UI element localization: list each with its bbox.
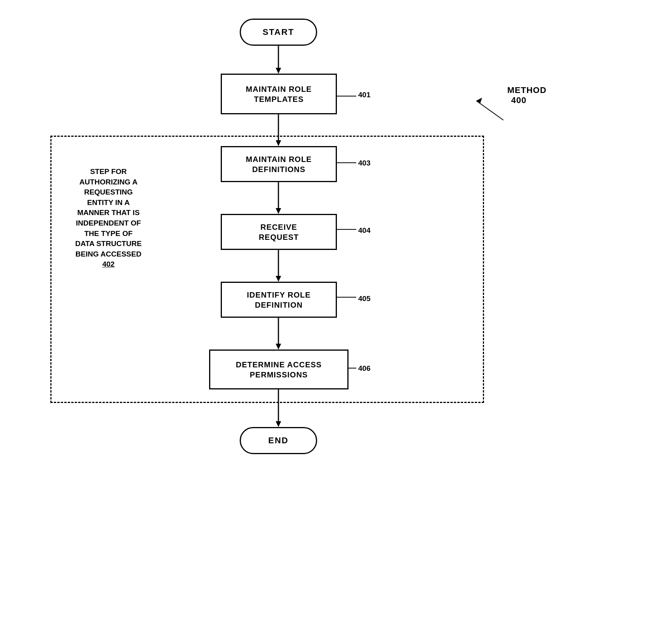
box-406-label: DETERMINE ACCESSPERMISSIONS bbox=[236, 360, 322, 380]
svg-marker-1 bbox=[276, 68, 281, 74]
ref-404: 404 bbox=[358, 226, 371, 235]
ref-401: 401 bbox=[358, 91, 371, 99]
box-401-label: MAINTAIN ROLETEMPLATES bbox=[246, 84, 312, 104]
ref-406: 406 bbox=[358, 364, 371, 373]
method-label: METHOD 400 bbox=[507, 85, 546, 105]
ref-403: 403 bbox=[358, 159, 371, 167]
box-406: DETERMINE ACCESSPERMISSIONS bbox=[209, 350, 349, 389]
box-403-label: MAINTAIN ROLEDEFINITIONS bbox=[246, 154, 312, 174]
box-404: RECEIVEREQUEST bbox=[221, 214, 337, 250]
svg-marker-18 bbox=[476, 98, 482, 103]
ref-402: 402 bbox=[102, 260, 115, 268]
end-label: END bbox=[268, 436, 288, 446]
start-oval: START bbox=[240, 19, 317, 46]
box-403: MAINTAIN ROLEDEFINITIONS bbox=[221, 146, 337, 182]
start-label: START bbox=[263, 27, 294, 37]
svg-marker-11 bbox=[276, 421, 281, 427]
ref-405: 405 bbox=[358, 294, 371, 303]
diagram-container: START MAINTAIN ROLETEMPLATES 401 STEP FO… bbox=[0, 0, 649, 644]
svg-line-17 bbox=[476, 101, 503, 120]
dashed-label: STEP FORAUTHORIZING AREQUESTINGENTITY IN… bbox=[54, 167, 163, 270]
box-401: MAINTAIN ROLETEMPLATES bbox=[221, 74, 337, 114]
end-oval: END bbox=[240, 427, 317, 454]
box-405-label: IDENTIFY ROLEDEFINITION bbox=[247, 290, 311, 310]
box-404-label: RECEIVEREQUEST bbox=[259, 222, 299, 242]
box-405: IDENTIFY ROLEDEFINITION bbox=[221, 282, 337, 318]
